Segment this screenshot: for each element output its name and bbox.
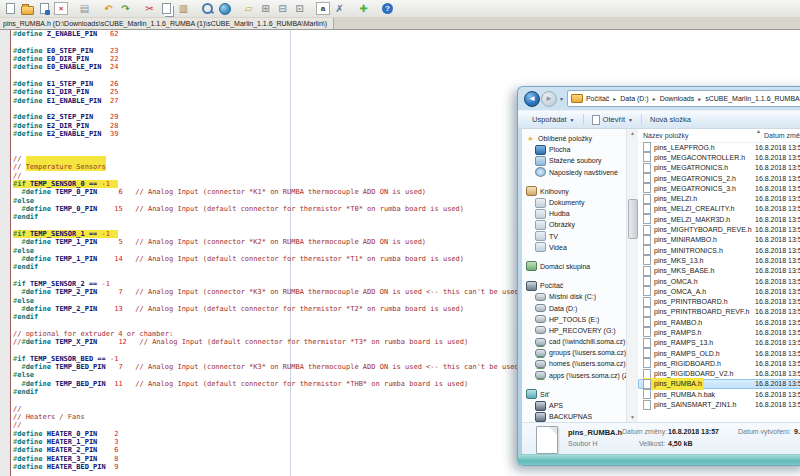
sidebar-item-naposledy-nav-t-ven-[interactable]: Naposledy navštívené — [522, 167, 626, 178]
file-name: pins_MELZI_CREALITY.h — [643, 204, 755, 214]
file-row[interactable]: pins_SAINSMART_ZIN1.h16.8.2018 13:57 — [638, 399, 800, 409]
plugin-icon[interactable]: ✚ — [356, 2, 371, 16]
new-window-icon[interactable]: ▱ — [241, 2, 256, 16]
sidebar-item-dom-c-skupina[interactable]: Domácí skupina — [522, 261, 626, 272]
close-file-icon[interactable]: × — [54, 2, 68, 15]
file-row[interactable]: pins_MKS_BASE.h16.8.2018 13:57 — [638, 266, 800, 276]
save-file-icon[interactable] — [37, 2, 52, 16]
sidebar-item-obr-zky[interactable]: Obrázky — [522, 219, 626, 230]
forward-button[interactable]: ► — [541, 91, 557, 107]
sidebar-item-plocha[interactable]: Plocha — [522, 144, 626, 155]
file-row[interactable]: pins_PRINTRBOARD_REVF.h16.8.2018 13:57 — [638, 307, 800, 317]
sidebar-item-hp-recovery-g-[interactable]: HP_RECOVERY (G:) — [522, 325, 626, 336]
split-horizontal-icon[interactable]: ⊟ — [275, 2, 290, 16]
file-row[interactable]: pins_MINITRONICS.h16.8.2018 13:57 — [638, 245, 800, 255]
file-row[interactable]: pins_RAMBO.h16.8.2018 13:57 — [638, 317, 800, 327]
sidebar-item-homes-users-soma-cz-[interactable]: homes (\\users.soma.cz) — [522, 358, 626, 369]
file-row[interactable]: pins_RUMBA.h16.8.2018 13:57 — [638, 379, 800, 389]
sidebar-item-m-stn-disk-c-[interactable]: Místní disk (C:) — [522, 291, 626, 302]
copy-icon[interactable] — [159, 2, 174, 16]
sidebar-item-videa[interactable]: Videa — [522, 242, 626, 253]
editor-file-tab[interactable]: pins_RUMBA.h (D:\Downloads\sCUBE_Marlin_… — [0, 18, 334, 29]
open-file-icon[interactable] — [20, 2, 35, 16]
file-row[interactable]: pins_OMCA.h16.8.2018 13:57 — [638, 276, 800, 286]
sidebar-item-s-[interactable]: Síť — [522, 389, 626, 400]
file-row[interactable]: pins_MEGATRONICS.h16.8.2018 13:57 — [638, 163, 800, 173]
column-header-name[interactable]: Název položky — [643, 132, 689, 139]
scrollbar-thumb[interactable] — [628, 199, 638, 239]
sidebar-item-groups-users-soma-cz-[interactable]: groups (\\users.soma.cz) — [522, 347, 626, 358]
breadcrumb-segment[interactable]: sCUBE_Marlin_1.1.6_RUMBA (1) — [705, 95, 800, 102]
file-row[interactable]: pins_MEGATRONICS_3.h16.8.2018 13:57 — [638, 183, 800, 193]
file-row[interactable]: pins_MEGACONTROLLER.h16.8.2018 13:57 — [638, 152, 800, 162]
file-row[interactable]: pins_RAMPS_OLD.h16.8.2018 13:57 — [638, 348, 800, 358]
sidebar-item-hudba[interactable]: Hudba — [522, 208, 626, 219]
details-size-value: 4,50 kB — [668, 440, 693, 447]
sidebar-item-dokumenty[interactable]: Dokumenty — [522, 197, 626, 208]
file-date: 16.8.2018 13:57 — [755, 278, 800, 285]
explorer-window: ◄ ► ▼ Počítač►Data (D:)►Downloads►sCUBE_… — [517, 86, 800, 466]
scroll-down-icon[interactable]: ▼ — [627, 413, 638, 422]
file-row[interactable]: pins_MIGHTYBOARD_REVE.h16.8.2018 13:57 — [638, 224, 800, 234]
cut-icon[interactable]: ✂ — [142, 2, 157, 16]
print-icon[interactable]: ▤ — [77, 2, 92, 16]
settings-icon[interactable]: ✗ — [332, 2, 347, 16]
undo-icon[interactable]: ↶ — [101, 2, 116, 16]
toolbar-separator — [70, 2, 77, 16]
file-row[interactable]: pins_OMCA_A.h16.8.2018 13:57 — [638, 286, 800, 296]
sidebar-item-sta-en-soubory[interactable]: Stažené soubory — [522, 155, 626, 166]
nav-scrollbar[interactable]: ▲ ▼ — [626, 129, 638, 422]
file-date: 16.8.2018 13:57 — [755, 401, 800, 408]
find-web-icon[interactable] — [217, 2, 232, 16]
file-row[interactable]: pins_MELZI_MAKR3D.h16.8.2018 13:57 — [638, 214, 800, 224]
sidebar-item-label: homes (\\users.soma.cz) — [549, 360, 626, 367]
file-icon — [643, 266, 651, 276]
redo-icon[interactable]: ↷ — [118, 2, 133, 16]
breadcrumb[interactable]: Počítač►Data (D:)►Downloads►sCUBE_Marlin… — [567, 90, 800, 107]
nav-spacer — [522, 381, 626, 389]
find-icon[interactable] — [200, 2, 215, 16]
sidebar-item-backupnas[interactable]: BACKUPNAS — [522, 411, 626, 422]
paste-icon[interactable]: ▥ — [176, 2, 191, 16]
file-row[interactable]: pins_RAMPS.h16.8.2018 13:57 — [638, 327, 800, 337]
sidebar-item-obl-ben-polo-ky[interactable]: ★Oblíbené položky — [522, 133, 626, 144]
new-folder-button[interactable]: Nová složka — [646, 112, 695, 127]
column-header-date[interactable]: Datum změny — [764, 132, 800, 139]
sidebar-item-label: BACKUPNAS — [549, 413, 592, 420]
file-icon — [643, 327, 651, 337]
sidebar-item-hp-tools-e-[interactable]: HP_TOOLS (E:) — [522, 314, 626, 325]
sidebar-item-cad-windchill-soma-cz-[interactable]: cad (\\windchill.soma.cz) — [522, 336, 626, 347]
sidebar-item-po-ta-[interactable]: Počítač — [522, 280, 626, 291]
sidebar-item-knihovny[interactable]: Knihovny — [522, 186, 626, 197]
file-row[interactable]: pins_MELZI_CREALITY.h16.8.2018 13:57 — [638, 204, 800, 214]
organize-button[interactable]: Uspořádat▼ — [528, 112, 579, 127]
file-row[interactable]: pins_MKS_13.h16.8.2018 13:57 — [638, 255, 800, 265]
breadcrumb-segment[interactable]: Downloads — [660, 95, 695, 102]
sidebar-item-tv[interactable]: TV — [522, 231, 626, 242]
breadcrumb-segment[interactable]: Data (D:) — [620, 95, 648, 102]
file-row[interactable]: pins_MINIRAMBO.h16.8.2018 13:57 — [638, 235, 800, 245]
open-button[interactable]: Otevřít▼ — [588, 112, 637, 127]
file-row[interactable]: pins_MEGATRONICS_2.h16.8.2018 13:57 — [638, 173, 800, 183]
file-row[interactable]: pins_RUMBA.h.bak16.8.2018 13:57 — [638, 389, 800, 399]
sidebar-item-apps-users-soma-cz-z[interactable]: apps (\\users.soma.cz) (Z — [522, 370, 626, 381]
file-row[interactable]: pins_LEAPFROG.h16.8.2018 13:57 — [638, 142, 800, 152]
sidebar-item-data-d-[interactable]: Data (D:) — [522, 302, 626, 313]
file-row[interactable]: pins_RAMPS_13.h16.8.2018 13:57 — [638, 338, 800, 348]
font-icon[interactable]: a — [316, 2, 330, 15]
history-dropdown-icon[interactable]: ▼ — [559, 96, 564, 102]
file-row[interactable]: pins_RIGIDBOARD.h16.8.2018 13:57 — [638, 358, 800, 368]
details-file-name: pins_RUMBA.h — [568, 428, 622, 437]
breadcrumb-segment[interactable]: Počítač — [586, 95, 609, 102]
scroll-up-icon[interactable]: ▲ — [627, 129, 638, 138]
help-icon[interactable]: ? — [380, 2, 395, 16]
desktop-screenshot: ×▤↶↷✂▥▱⊞⊟⊡a✗✚? pins_RUMBA.h (D:\Download… — [0, 0, 800, 476]
sidebar-item-aps[interactable]: APS — [522, 400, 626, 411]
file-row[interactable]: pins_MELZI.h16.8.2018 13:57 — [638, 193, 800, 203]
back-button[interactable]: ◄ — [524, 91, 540, 107]
file-row[interactable]: pins_PRINTRBOARD.h16.8.2018 13:57 — [638, 296, 800, 306]
library-icon — [535, 220, 546, 230]
new-file-icon[interactable] — [3, 2, 18, 16]
split-vertical-icon[interactable]: ⊡ — [292, 2, 307, 16]
maximize-window-icon[interactable]: ⊞ — [258, 2, 273, 16]
